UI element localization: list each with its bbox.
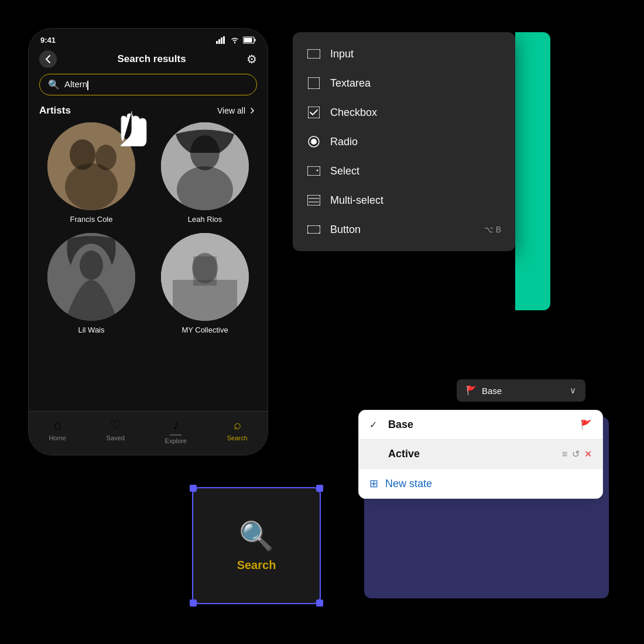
active-state-name: Active <box>388 448 555 460</box>
status-icons <box>216 36 256 44</box>
phone-header: Search results ⚙ <box>29 47 268 73</box>
artist-name: Lil Wais <box>78 326 104 334</box>
svg-rect-0 <box>216 41 218 44</box>
view-all-button[interactable]: View all <box>217 106 257 115</box>
nav-home-label: Home <box>49 434 66 441</box>
wifi-icon <box>230 36 239 44</box>
select-label: Select <box>330 165 501 177</box>
state-row-active[interactable]: ✓ Active ≡ ↺ ✕ <box>359 440 602 469</box>
svg-rect-31 <box>307 225 320 234</box>
nav-search[interactable]: ⌕ Search <box>227 417 248 444</box>
dropdown-item-button[interactable]: Button ⌥ B <box>293 215 515 244</box>
search-icon: 🔍 <box>48 79 60 90</box>
input-label: Input <box>330 48 501 60</box>
resize-handle-bl[interactable] <box>190 600 197 607</box>
search-input[interactable]: Altern <box>64 79 248 90</box>
button-label: Button <box>330 224 475 236</box>
check-icon: ✓ <box>369 419 381 430</box>
state-row-base[interactable]: ✓ Base 🚩 <box>359 410 602 440</box>
textarea-label: Textarea <box>330 77 501 90</box>
battery-icon <box>243 36 256 44</box>
artists-grid: Francis Cole Leah Rios <box>29 122 268 334</box>
svg-point-17 <box>80 251 103 280</box>
resize-handle-br[interactable] <box>316 600 323 607</box>
dropdown-item-input[interactable]: Input <box>293 39 515 68</box>
search-bar[interactable]: 🔍 Altern <box>39 74 257 95</box>
svg-rect-1 <box>218 39 220 44</box>
resize-handle-tl[interactable] <box>190 485 197 492</box>
button-shortcut: ⌥ B <box>484 225 501 234</box>
add-state-icon: ⊞ <box>369 477 378 490</box>
artist-name: MY Collective <box>181 326 228 334</box>
svg-rect-23 <box>308 77 320 89</box>
artists-section-header: Artists View all <box>29 102 268 122</box>
delete-icon[interactable]: ✕ <box>584 448 592 460</box>
dropdown-item-checkbox[interactable]: Checkbox <box>293 98 515 127</box>
dropdown-item-textarea[interactable]: Textarea <box>293 68 515 98</box>
radio-icon <box>307 135 321 149</box>
green-accent-bar <box>515 32 550 310</box>
input-icon <box>307 47 321 61</box>
resize-handle-tr[interactable] <box>316 485 323 492</box>
checkbox-label: Checkbox <box>330 107 501 119</box>
nav-explore[interactable]: ♪ Explore <box>165 417 187 444</box>
avatar <box>47 233 135 321</box>
radio-label: Radio <box>330 136 501 148</box>
dropdown-item-select[interactable]: Select <box>293 156 515 186</box>
explore-icon: ♪ <box>173 417 179 433</box>
svg-rect-6 <box>255 39 256 42</box>
list-item[interactable]: Lil Wais <box>39 233 143 334</box>
svg-rect-22 <box>307 49 320 59</box>
base-state-name: Base <box>388 419 573 431</box>
nav-explore-label: Explore <box>165 437 187 444</box>
artist-name: Francis Cole <box>70 215 113 224</box>
nav-search-label: Search <box>227 434 248 441</box>
svg-rect-3 <box>223 36 225 44</box>
svg-point-4 <box>234 42 235 43</box>
status-time: 9:41 <box>40 36 56 44</box>
svg-rect-2 <box>221 37 222 44</box>
list-item[interactable]: Francis Cole <box>39 122 143 224</box>
multiselect-label: Multi-select <box>330 194 501 207</box>
search-widget-icon: 🔍 <box>239 520 274 553</box>
svg-rect-21 <box>193 256 217 286</box>
artist-name: Leah Rios <box>188 215 222 224</box>
state-panel: ✓ Base 🚩 ✓ Active ≡ ↺ ✕ ⊞ New state <box>358 410 603 499</box>
bottom-nav: ⌂ Home ♡ Saved ♪ Explore ⌕ Search <box>29 411 268 455</box>
nav-home[interactable]: ⌂ Home <box>49 417 66 444</box>
settings-button[interactable]: ⚙ <box>246 52 257 66</box>
dropdown-item-radio[interactable]: Radio <box>293 127 515 156</box>
home-icon: ⌂ <box>53 417 61 433</box>
select-icon <box>307 164 321 178</box>
signal-icon <box>216 36 227 44</box>
list-item[interactable]: Leah Rios <box>153 122 257 224</box>
svg-point-12 <box>95 145 117 170</box>
button-icon <box>307 222 321 237</box>
new-state-label: New state <box>385 478 432 490</box>
phone-mockup: 9:41 <box>28 28 268 455</box>
nav-saved[interactable]: ♡ Saved <box>107 417 125 444</box>
svg-rect-7 <box>244 38 252 43</box>
list-item[interactable]: MY Collective <box>153 233 257 334</box>
multiselect-icon <box>307 193 321 207</box>
saved-icon: ♡ <box>109 417 121 433</box>
avatar <box>161 233 249 321</box>
base-flag-icon: 🚩 <box>580 419 592 430</box>
reorder-icon[interactable]: ≡ <box>562 449 567 460</box>
search-widget: 🔍 Search <box>192 487 321 604</box>
checkbox-icon <box>307 105 321 119</box>
state-dropdown-label: Base <box>482 386 502 396</box>
svg-rect-28 <box>307 195 320 205</box>
dropdown-item-multiselect[interactable]: Multi-select <box>293 186 515 215</box>
page-title: Search results <box>117 53 186 65</box>
status-bar: 9:41 <box>29 29 268 47</box>
svg-rect-24 <box>308 107 320 118</box>
reset-icon[interactable]: ↺ <box>572 448 580 460</box>
state-dropdown-button[interactable]: 🚩 Base ∨ <box>457 379 585 402</box>
svg-point-26 <box>311 139 317 145</box>
state-row-new[interactable]: ⊞ New state <box>359 469 602 498</box>
svg-rect-20 <box>173 280 237 321</box>
flag-icon: 🚩 <box>466 385 477 396</box>
back-button[interactable] <box>39 50 57 68</box>
chevron-down-icon: ∨ <box>570 385 576 396</box>
